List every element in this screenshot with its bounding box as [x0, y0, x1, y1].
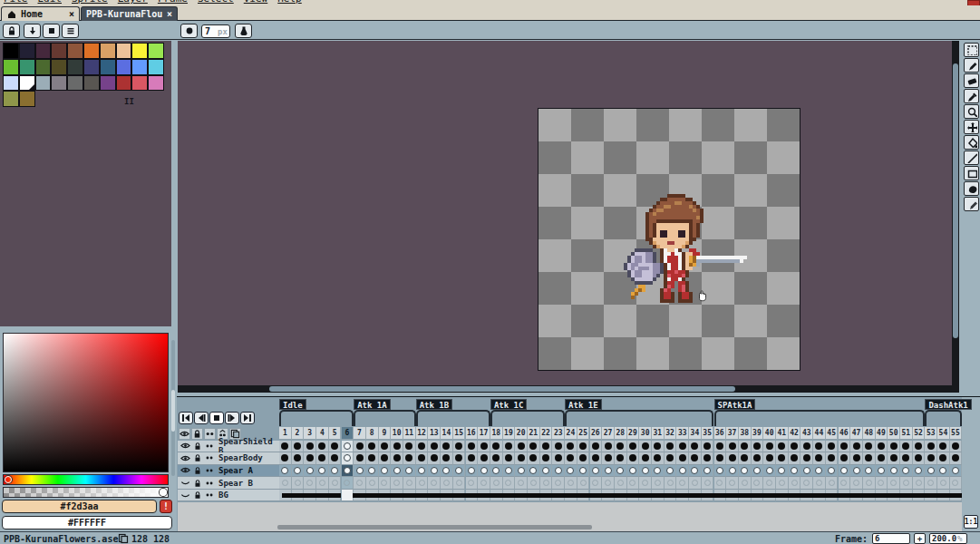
- frame-header-cell[interactable]: 18: [490, 427, 503, 440]
- frame-header-cell[interactable]: 3: [304, 427, 316, 440]
- cel[interactable]: [279, 490, 292, 502]
- cel[interactable]: [652, 465, 665, 478]
- cel[interactable]: [937, 441, 950, 453]
- continuous-dots-icon[interactable]: [205, 479, 214, 488]
- cel[interactable]: [528, 477, 540, 490]
- frame-header-cell[interactable]: 23: [552, 427, 565, 440]
- cel[interactable]: [789, 441, 801, 453]
- cel[interactable]: [453, 441, 466, 453]
- layer-row-bg[interactable]: BG: [178, 490, 279, 502]
- tool-eraser-button[interactable]: [964, 73, 979, 88]
- cel[interactable]: [950, 441, 962, 453]
- cel[interactable]: [714, 465, 727, 478]
- cel[interactable]: [739, 490, 752, 502]
- frame-header-cell[interactable]: 54: [937, 427, 950, 440]
- cel[interactable]: [627, 441, 640, 453]
- cel[interactable]: [342, 441, 354, 453]
- cel[interactable]: [888, 452, 900, 465]
- cel[interactable]: [354, 441, 366, 453]
- cel[interactable]: [416, 441, 429, 453]
- cel[interactable]: [702, 490, 714, 502]
- palette-swatch[interactable]: [100, 59, 116, 75]
- cel[interactable]: [453, 452, 466, 465]
- cel[interactable]: [292, 441, 305, 453]
- cel[interactable]: [863, 441, 876, 453]
- cel[interactable]: [763, 452, 776, 465]
- palette-swatch[interactable]: [83, 43, 100, 59]
- cel[interactable]: [800, 441, 813, 453]
- eye-open-icon[interactable]: [180, 465, 190, 475]
- cel[interactable]: [752, 441, 764, 453]
- cel[interactable]: [813, 452, 826, 465]
- cel[interactable]: [850, 490, 863, 502]
- cel[interactable]: [453, 477, 466, 490]
- go-first-frame-button[interactable]: [179, 412, 193, 424]
- cel[interactable]: [490, 490, 503, 502]
- cel[interactable]: [739, 452, 752, 465]
- cel[interactable]: [925, 452, 937, 465]
- cel[interactable]: [813, 477, 826, 490]
- cel[interactable]: [540, 465, 553, 478]
- palette-swatch[interactable]: [67, 59, 83, 75]
- cel[interactable]: [490, 465, 503, 478]
- tab-home-close-icon[interactable]: ×: [69, 10, 74, 19]
- cel[interactable]: [739, 477, 752, 490]
- cel[interactable]: [876, 441, 888, 453]
- frame-header-cell[interactable]: 33: [676, 427, 689, 440]
- tag-range-idle[interactable]: [279, 410, 354, 426]
- palette-swatch[interactable]: [148, 75, 164, 92]
- tool-paint-bucket-button[interactable]: [964, 135, 979, 150]
- cel[interactable]: [391, 452, 403, 465]
- cel[interactable]: [366, 465, 379, 478]
- cel[interactable]: [490, 477, 503, 490]
- cel[interactable]: [652, 477, 665, 490]
- cel[interactable]: [689, 441, 702, 453]
- cel[interactable]: [627, 465, 640, 478]
- cel[interactable]: [839, 465, 851, 478]
- cel[interactable]: [329, 465, 342, 478]
- cel[interactable]: [789, 490, 801, 502]
- frame-header-cell[interactable]: 51: [900, 427, 913, 440]
- cel[interactable]: [937, 465, 950, 478]
- frame-header-cell[interactable]: 32: [665, 427, 677, 440]
- cel[interactable]: [453, 465, 466, 478]
- cel[interactable]: [292, 465, 305, 478]
- cel[interactable]: [565, 452, 577, 465]
- palette-swatch[interactable]: [116, 75, 132, 92]
- cel[interactable]: [789, 477, 801, 490]
- cel[interactable]: [391, 465, 403, 478]
- palette-swatch[interactable]: [35, 59, 52, 75]
- cel[interactable]: [577, 465, 590, 478]
- tag-label[interactable]: Idle: [279, 399, 306, 410]
- cel[interactable]: [342, 477, 354, 490]
- cel[interactable]: [925, 465, 937, 478]
- frame-header-cell[interactable]: 52: [913, 427, 926, 440]
- cel[interactable]: [478, 465, 490, 478]
- frame-header-cell[interactable]: 43: [800, 427, 813, 440]
- cel[interactable]: [925, 477, 937, 490]
- layer-row-spearshield-b[interactable]: SpearShield B: [178, 441, 279, 453]
- tag-range-atk-1c[interactable]: [490, 410, 565, 426]
- cel[interactable]: [702, 477, 714, 490]
- saturation-value-picker[interactable]: [3, 333, 169, 472]
- palette-swatch[interactable]: [67, 43, 83, 59]
- palette-swatch[interactable]: [131, 75, 148, 92]
- cel[interactable]: [590, 441, 603, 453]
- cel[interactable]: [366, 441, 379, 453]
- cel[interactable]: [565, 490, 577, 502]
- canvas-region[interactable]: [178, 41, 959, 393]
- cel[interactable]: [900, 465, 913, 478]
- cel[interactable]: [826, 441, 839, 453]
- cel[interactable]: [316, 465, 329, 478]
- cel[interactable]: [565, 465, 577, 478]
- timeline-horizontal-scrollbar-thumb[interactable]: [277, 525, 592, 529]
- cel[interactable]: [540, 441, 553, 453]
- palette-swatch[interactable]: [3, 43, 19, 59]
- frame-header-cell[interactable]: 17: [478, 427, 490, 440]
- tag-range-atk-1b[interactable]: [416, 410, 490, 426]
- cel[interactable]: [913, 490, 926, 502]
- cel[interactable]: [876, 465, 888, 478]
- layer-row-spearbody[interactable]: SpearBody: [178, 452, 279, 465]
- continuous-dots-icon[interactable]: [205, 491, 214, 500]
- cel[interactable]: [950, 452, 962, 465]
